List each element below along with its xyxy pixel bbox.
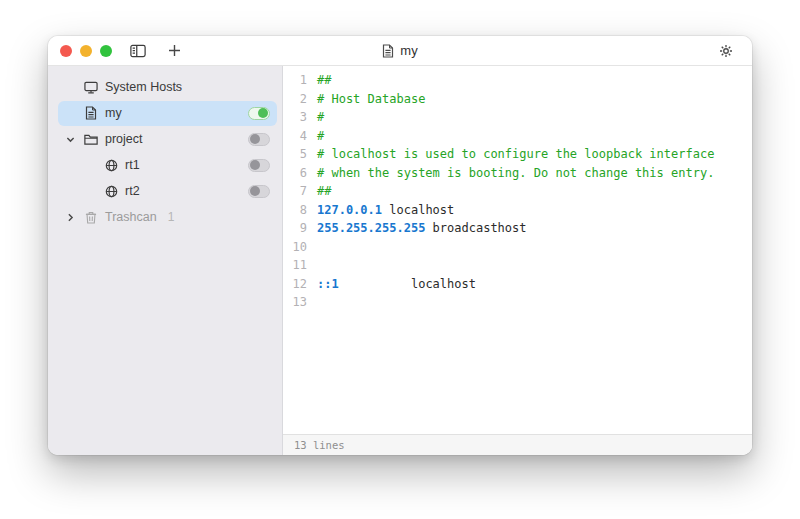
- hosts-toggle-on[interactable]: [248, 107, 270, 120]
- hosts-toggle-off[interactable]: [248, 159, 270, 172]
- sidebar-item-rt1[interactable]: rt1: [48, 152, 282, 178]
- editor-line: 13: [283, 293, 752, 312]
- toggle-sidebar-button[interactable]: [126, 40, 150, 62]
- title-bar: my: [48, 36, 752, 66]
- minimize-button[interactable]: [80, 45, 92, 57]
- sidebar-item-project[interactable]: project: [48, 126, 282, 152]
- hosts-toggle-off[interactable]: [248, 133, 270, 146]
- code-token-text: localhost: [339, 277, 476, 291]
- plus-icon: [168, 44, 181, 57]
- code-token-ip: 255.255.255.255: [317, 221, 425, 235]
- chevron-down-icon[interactable]: [64, 133, 76, 145]
- hosts-editor[interactable]: 1##2# Host Database3#4#5# localhost is u…: [283, 66, 752, 434]
- sidebar-item-label: rt2: [125, 184, 140, 198]
- editor-line: 7##: [283, 182, 752, 201]
- sidebar-hosts-list: System Hostsmyprojectrt1rt2Trashcan1: [48, 66, 283, 455]
- code-token-text: broadcasthost: [425, 221, 526, 235]
- toggle-knob: [250, 160, 260, 170]
- sidebar-item-label: System Hosts: [105, 80, 182, 94]
- line-number: 8: [283, 201, 307, 220]
- line-number: 2: [283, 90, 307, 109]
- line-number: 7: [283, 182, 307, 201]
- line-count-label: 13 lines: [294, 439, 345, 451]
- sidebar-item-trashcan[interactable]: Trashcan1: [48, 204, 282, 230]
- folder-icon: [84, 132, 98, 146]
- line-content: # Host Database: [317, 90, 425, 109]
- item-count-badge: 1: [168, 210, 175, 224]
- sidebar-item-my[interactable]: my: [48, 100, 282, 126]
- line-number: 12: [283, 275, 307, 294]
- line-content: 127.0.0.1 localhost: [317, 201, 454, 220]
- editor-line: 8127.0.0.1 localhost: [283, 201, 752, 220]
- sidebar-toggle-icon: [130, 44, 146, 58]
- line-content: #: [317, 108, 324, 127]
- line-content: ::1 localhost: [317, 275, 476, 294]
- line-content: 255.255.255.255 broadcasthost: [317, 219, 527, 238]
- sidebar-item-label: Trashcan: [105, 210, 157, 224]
- line-content: # when the system is booting. Do not cha…: [317, 164, 714, 183]
- code-token-comment: ##: [317, 73, 331, 87]
- editor-line: 3#: [283, 108, 752, 127]
- code-token-comment: ##: [317, 184, 331, 198]
- document-icon: [84, 106, 98, 120]
- line-number: 11: [283, 256, 307, 275]
- code-token-comment: # Host Database: [317, 92, 425, 106]
- document-icon: [382, 44, 394, 58]
- editor-pane: 1##2# Host Database3#4#5# localhost is u…: [283, 66, 752, 455]
- window-controls: [60, 45, 112, 57]
- window-title: my: [48, 36, 752, 65]
- zoom-button[interactable]: [100, 45, 112, 57]
- add-hosts-button[interactable]: [162, 40, 186, 62]
- line-content: #: [317, 127, 324, 146]
- code-token-comment: # when the system is booting. Do not cha…: [317, 166, 714, 180]
- editor-line: 10: [283, 238, 752, 257]
- window-body: System Hostsmyprojectrt1rt2Trashcan1 1##…: [48, 66, 752, 455]
- line-number: 1: [283, 71, 307, 90]
- chevron-spacer: [64, 159, 76, 171]
- line-number: 13: [283, 293, 307, 312]
- editor-line: 11: [283, 256, 752, 275]
- editor-line: 4#: [283, 127, 752, 146]
- code-token-text: localhost: [382, 203, 454, 217]
- chevron-spacer: [64, 81, 76, 93]
- code-token-comment: #: [317, 110, 324, 124]
- globe-icon: [104, 184, 118, 198]
- settings-button[interactable]: [718, 43, 734, 59]
- toggle-knob: [250, 134, 260, 144]
- gear-icon: [718, 43, 734, 59]
- sidebar-item-label: rt1: [125, 158, 140, 172]
- editor-line: 12::1 localhost: [283, 275, 752, 294]
- code-token-comment: # localhost is used to configure the loo…: [317, 147, 714, 161]
- editor-line: 1##: [283, 71, 752, 90]
- sidebar-item-label: my: [105, 106, 122, 120]
- hosts-toggle-off[interactable]: [248, 185, 270, 198]
- trash-icon: [84, 210, 98, 224]
- close-button[interactable]: [60, 45, 72, 57]
- monitor-icon: [84, 80, 98, 94]
- selection-highlight: [58, 153, 277, 178]
- editor-line: 9255.255.255.255 broadcasthost: [283, 219, 752, 238]
- code-token-ip: 127.0.0.1: [317, 203, 382, 217]
- line-number: 9: [283, 219, 307, 238]
- toggle-knob: [258, 108, 268, 118]
- line-content: # localhost is used to configure the loo…: [317, 145, 714, 164]
- sidebar-item-rt2[interactable]: rt2: [48, 178, 282, 204]
- code-token-comment: #: [317, 129, 324, 143]
- window-title-text: my: [400, 43, 417, 58]
- chevron-spacer: [64, 107, 76, 119]
- code-token-ip: ::1: [317, 277, 339, 291]
- chevron-spacer: [64, 185, 76, 197]
- sidebar-item-system-hosts[interactable]: System Hosts: [48, 74, 282, 100]
- sidebar-item-label: project: [105, 132, 143, 146]
- line-number: 6: [283, 164, 307, 183]
- line-content: ##: [317, 182, 331, 201]
- app-window: my System Hostsmyprojectrt1rt2Trashcan1 …: [48, 36, 752, 455]
- globe-icon: [104, 158, 118, 172]
- toggle-knob: [250, 186, 260, 196]
- line-number: 10: [283, 238, 307, 257]
- status-bar: 13 lines: [283, 434, 752, 455]
- chevron-right-icon[interactable]: [64, 211, 76, 223]
- editor-line: 2# Host Database: [283, 90, 752, 109]
- editor-line: 5# localhost is used to configure the lo…: [283, 145, 752, 164]
- line-content: ##: [317, 71, 331, 90]
